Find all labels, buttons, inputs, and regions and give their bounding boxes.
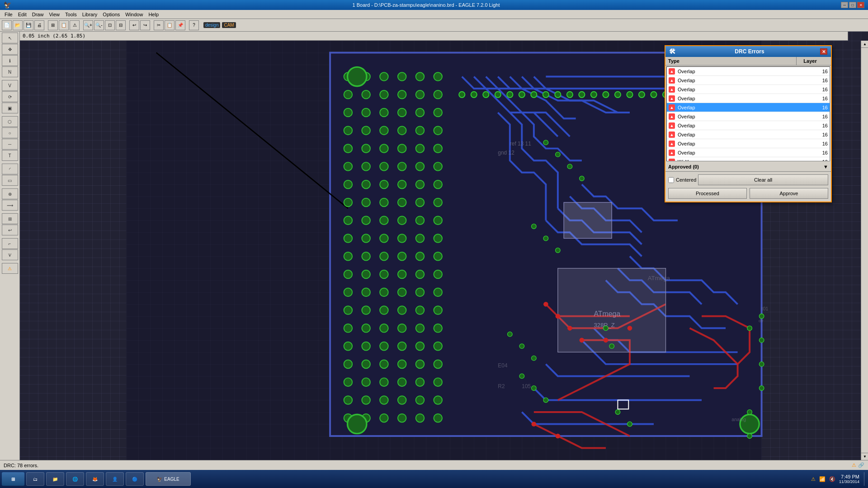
tb-redo[interactable]: ↪ xyxy=(140,20,150,30)
svg-point-40 xyxy=(344,180,353,189)
svg-point-169 xyxy=(609,344,614,349)
menu-help[interactable]: Help xyxy=(146,11,161,18)
scrollbar-down-arrow[interactable]: ▼ xyxy=(861,453,868,460)
lt-route[interactable]: ⟿ xyxy=(2,200,18,211)
drc-error-row[interactable]: ▲ Overlap 16 xyxy=(667,85,830,94)
svg-point-71 xyxy=(362,270,370,279)
canvas-area[interactable]: 0.05 inch (2.65 1.85) xyxy=(20,32,868,460)
svg-point-171 xyxy=(627,422,632,427)
tb-copy[interactable]: 📋 xyxy=(165,20,175,30)
svg-point-60 xyxy=(380,234,388,243)
lt-arc[interactable]: ◜ xyxy=(2,164,18,174)
minimize-button[interactable]: ─ xyxy=(841,2,848,8)
lt-drc-warn[interactable]: ⚠ xyxy=(2,263,18,274)
lt-polygon[interactable]: ⬡ xyxy=(2,116,18,127)
tb-zoomfit[interactable]: ⊡ xyxy=(105,20,115,30)
tb-zoomsel[interactable]: ⊟ xyxy=(116,20,126,30)
lt-via[interactable]: ⊕ xyxy=(2,188,18,199)
lt-text[interactable]: T xyxy=(2,150,18,161)
tb-undo[interactable]: ↩ xyxy=(129,20,139,30)
drc-error-row[interactable]: ▲ Overlap 16 xyxy=(667,112,830,121)
lt-info[interactable]: ℹ xyxy=(2,55,18,66)
svg-point-184 xyxy=(627,326,632,331)
lt-miter[interactable]: ⌐ xyxy=(2,238,18,249)
centered-checkbox[interactable] xyxy=(668,177,674,183)
design-btn[interactable]: design xyxy=(203,22,220,28)
lt-rotate[interactable]: ⟳ xyxy=(2,91,18,102)
lt-name[interactable]: N xyxy=(2,66,18,77)
tb-new[interactable]: 📄 xyxy=(2,20,12,30)
drc-panel-title: DRC Errors xyxy=(735,48,764,55)
canvas-scrollbar-right[interactable]: ▲ ▼ xyxy=(861,41,868,460)
svg-point-15 xyxy=(434,90,442,99)
svg-point-51 xyxy=(434,198,442,207)
menu-draw[interactable]: Draw xyxy=(29,11,47,18)
tb-drc[interactable]: ⚠ xyxy=(70,20,80,30)
menu-edit[interactable]: Edit xyxy=(15,11,29,18)
svg-point-28 xyxy=(344,144,353,153)
svg-point-110 xyxy=(416,378,425,386)
centered-label[interactable]: Centered xyxy=(676,177,696,183)
drc-error-list[interactable]: ▲ Overlap 16 ▲ Overlap 16 ▲ Overlap 16 ▲… xyxy=(666,66,830,161)
menu-library[interactable]: Library xyxy=(80,11,100,18)
drc-error-row[interactable]: ▲ Overlap 16 xyxy=(667,148,830,157)
lt-group[interactable]: ▣ xyxy=(2,103,18,113)
menu-window[interactable]: Window xyxy=(123,11,146,18)
svg-point-125 xyxy=(348,414,367,433)
lt-pointer[interactable]: ↖ xyxy=(2,33,18,43)
menu-options[interactable]: Options xyxy=(100,11,123,18)
lt-smash[interactable]: ⊞ xyxy=(2,213,18,224)
show-desktop-btn[interactable] xyxy=(864,472,866,486)
tb-open[interactable]: 📂 xyxy=(13,20,23,30)
scrollbar-up-arrow[interactable]: ▲ xyxy=(861,41,868,48)
lt-move[interactable]: ✥ xyxy=(2,44,18,55)
drc-error-type: Overlap xyxy=(678,150,810,155)
drc-close-button[interactable]: ✕ xyxy=(820,48,827,55)
tb-layers[interactable]: 📋 xyxy=(59,20,69,30)
maximize-button[interactable]: □ xyxy=(849,2,856,8)
tb-print[interactable]: 🖨 xyxy=(34,20,44,30)
taskbar-eagle[interactable]: 🦅 EAGLE xyxy=(146,472,191,486)
drc-error-row[interactable]: ▲ Overlap 16 xyxy=(667,94,830,103)
start-button[interactable]: ⊞ xyxy=(2,472,24,486)
svg-text:t01: t01 xyxy=(762,306,769,311)
svg-point-139 xyxy=(603,92,609,98)
tb-grid[interactable]: ⊞ xyxy=(48,20,58,30)
approve-button[interactable]: Approve xyxy=(750,188,828,199)
drc-warning-icon: ▲ xyxy=(669,122,675,129)
clear-all-button[interactable]: Clear all xyxy=(698,174,828,185)
lt-fanout[interactable]: ⩛ xyxy=(2,249,18,260)
tb-paste[interactable]: 📌 xyxy=(175,20,185,30)
menu-view[interactable]: View xyxy=(46,11,62,18)
tb-save[interactable]: 💾 xyxy=(24,20,33,30)
tb-zoomout[interactable]: 🔍- xyxy=(94,20,104,30)
lt-circle[interactable]: ○ xyxy=(2,127,18,138)
approved-dropdown[interactable]: ▼ xyxy=(823,164,828,169)
tb-zoomin[interactable]: 🔍+ xyxy=(83,20,93,30)
drc-error-row[interactable]: ▲ Width 16 xyxy=(667,157,830,161)
drc-error-row[interactable]: ▲ Overlap 16 xyxy=(667,67,830,76)
processed-button[interactable]: Processed xyxy=(668,188,747,199)
taskbar-app2[interactable]: 🔵 xyxy=(126,472,144,486)
drc-error-row[interactable]: ▲ Overlap 16 xyxy=(667,139,830,148)
taskbar-firefox[interactable]: 🦊 xyxy=(86,472,104,486)
taskbar-chrome[interactable]: 🌐 xyxy=(66,472,84,486)
drc-error-row[interactable]: ▲ Overlap 16 xyxy=(667,121,830,130)
lt-wire[interactable]: ─ xyxy=(2,139,18,150)
taskbar-explorer[interactable]: 📁 xyxy=(46,472,64,486)
lt-value[interactable]: V xyxy=(2,80,18,91)
close-button[interactable]: ✕ xyxy=(857,2,864,8)
taskbar-app1[interactable]: 👤 xyxy=(106,472,124,486)
taskbar-files[interactable]: 🗂 xyxy=(26,472,44,486)
menu-tools[interactable]: Tools xyxy=(62,11,80,18)
tb-help[interactable]: ? xyxy=(189,20,199,30)
svg-point-17 xyxy=(362,108,370,117)
drc-error-row[interactable]: ▲ Overlap 16 xyxy=(667,76,830,85)
lt-ripup[interactable]: ↩ xyxy=(2,225,18,235)
drc-error-row[interactable]: ▲ Overlap 16 xyxy=(667,103,830,112)
cam-btn[interactable]: CAM xyxy=(222,22,236,28)
tb-cut[interactable]: ✂ xyxy=(154,20,164,30)
menu-file[interactable]: File xyxy=(2,11,15,18)
drc-error-row[interactable]: ▲ Overlap 16 xyxy=(667,130,830,139)
lt-rect[interactable]: ▭ xyxy=(2,175,18,186)
